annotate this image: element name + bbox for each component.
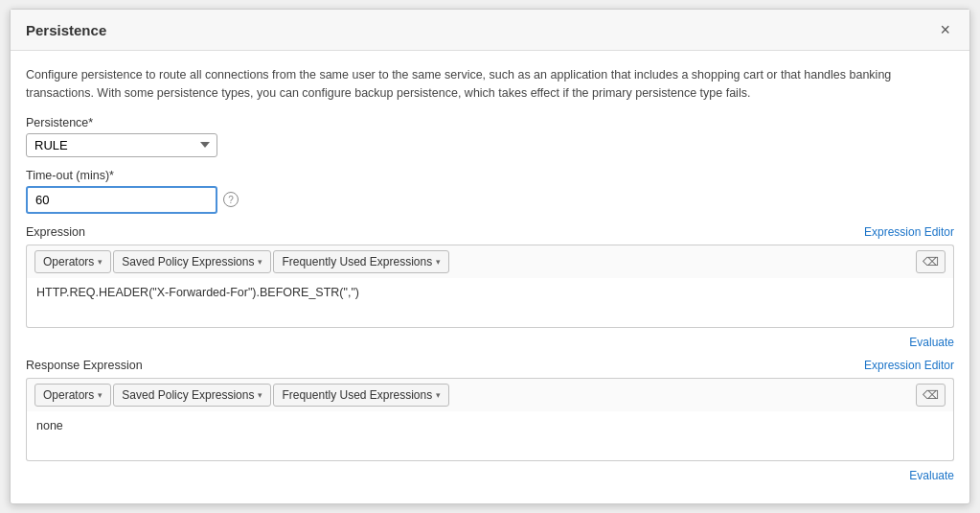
- persistence-label: Persistence*: [26, 116, 954, 129]
- response-operators-button[interactable]: Operators ▾: [34, 384, 111, 407]
- dialog-body: Configure persistence to route all conne…: [11, 51, 969, 503]
- persistence-field-group: Persistence* RULE COOKIEINSERT SOURCEIP …: [26, 116, 954, 157]
- response-saved-policy-label: Saved Policy Expressions: [122, 388, 254, 402]
- response-backspace-icon: ⌫: [923, 388, 939, 402]
- dialog-header: Persistence ×: [11, 10, 969, 51]
- timeout-input[interactable]: [26, 186, 217, 214]
- description-text: Configure persistence to route all conne…: [26, 66, 954, 103]
- saved-policy-label: Saved Policy Expressions: [122, 255, 254, 268]
- saved-policy-button[interactable]: Saved Policy Expressions ▾: [113, 250, 271, 273]
- saved-policy-arrow-icon: ▾: [258, 257, 262, 267]
- dialog-title: Persistence: [26, 22, 106, 38]
- expression-label: Expression: [26, 225, 85, 239]
- response-expression-header: Response Expression Expression Editor: [26, 359, 954, 372]
- help-icon[interactable]: ?: [223, 192, 239, 207]
- response-expression-label: Response Expression: [26, 359, 143, 372]
- expression-toolbar-container: Operators ▾ Saved Policy Expressions ▾ F…: [26, 245, 954, 278]
- expression-editor-link[interactable]: Expression Editor: [864, 225, 954, 239]
- operators-arrow-icon: ▾: [98, 257, 103, 267]
- expression-value[interactable]: HTTP.REQ.HEADER("X-Forwarded-For").BEFOR…: [26, 278, 954, 328]
- response-saved-policy-button[interactable]: Saved Policy Expressions ▾: [113, 384, 271, 407]
- expression-toolbar-left: Operators ▾ Saved Policy Expressions ▾ F…: [34, 250, 449, 273]
- timeout-field-group: Time-out (mins)* ?: [26, 169, 954, 214]
- expression-header: Expression Expression Editor: [26, 225, 954, 239]
- response-evaluate-row: Evaluate: [26, 469, 954, 482]
- expression-section: Expression Expression Editor Operators ▾…: [26, 225, 954, 328]
- response-saved-policy-arrow-icon: ▾: [258, 390, 262, 400]
- persistence-dialog: Persistence × Configure persistence to r…: [10, 9, 970, 504]
- frequent-expressions-label: Frequently Used Expressions: [282, 255, 432, 268]
- response-frequent-expressions-label: Frequently Used Expressions: [282, 388, 432, 402]
- response-expression-editor-link[interactable]: Expression Editor: [864, 359, 954, 372]
- timeout-label: Time-out (mins)*: [26, 169, 954, 182]
- backspace-icon: ⌫: [923, 255, 939, 268]
- operators-label: Operators: [43, 255, 94, 268]
- response-backspace-button[interactable]: ⌫: [916, 384, 946, 407]
- persistence-select[interactable]: RULE COOKIEINSERT SOURCEIP NONE: [26, 133, 217, 157]
- response-expression-toolbar-left: Operators ▾ Saved Policy Expressions ▾ F…: [34, 384, 449, 407]
- backspace-button[interactable]: ⌫: [916, 250, 946, 273]
- expression-evaluate-link[interactable]: Evaluate: [909, 336, 954, 349]
- expression-evaluate-row: Evaluate: [26, 336, 954, 349]
- response-frequent-expressions-button[interactable]: Frequently Used Expressions ▾: [273, 384, 449, 407]
- frequent-expressions-arrow-icon: ▾: [436, 257, 441, 267]
- response-frequent-expressions-arrow-icon: ▾: [436, 390, 441, 400]
- response-expression-value[interactable]: none: [26, 411, 954, 461]
- response-evaluate-link[interactable]: Evaluate: [909, 469, 954, 482]
- close-button[interactable]: ×: [936, 19, 954, 40]
- operators-button[interactable]: Operators ▾: [34, 250, 111, 273]
- frequent-expressions-button[interactable]: Frequently Used Expressions ▾: [273, 250, 449, 273]
- response-operators-arrow-icon: ▾: [98, 390, 103, 400]
- response-expression-toolbar-container: Operators ▾ Saved Policy Expressions ▾ F…: [26, 378, 954, 411]
- response-expression-section: Response Expression Expression Editor Op…: [26, 359, 954, 461]
- response-operators-label: Operators: [43, 388, 94, 402]
